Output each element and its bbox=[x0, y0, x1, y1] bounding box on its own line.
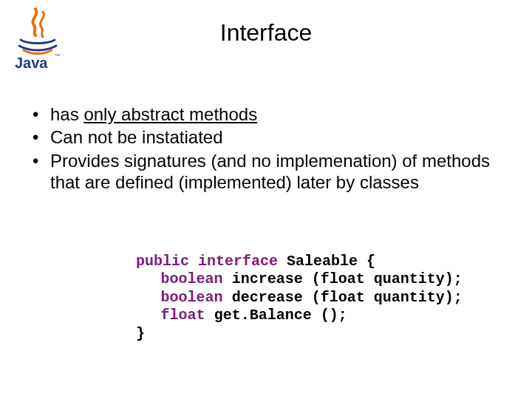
bullet-text-prefix: Can not be instatiated bbox=[50, 127, 223, 147]
code-kw-public: public bbox=[136, 253, 189, 270]
code-rest: get.Balance (); bbox=[214, 307, 347, 324]
java-logo-text: Java bbox=[15, 55, 48, 71]
bullet-text-underlined: only abstract methods bbox=[83, 104, 257, 124]
code-rest: increase (float quantity); bbox=[232, 270, 463, 287]
code-rest: decrease (float quantity); bbox=[232, 289, 463, 306]
bullet-item: Can not be instatiated bbox=[28, 126, 507, 148]
bullet-item: Provides signatures (and no implemenatio… bbox=[28, 150, 507, 194]
code-type: float bbox=[161, 307, 205, 324]
bullet-item: has only abstract methods bbox=[28, 103, 507, 125]
svg-text:™: ™ bbox=[55, 53, 60, 58]
bullet-text-prefix: Provides signatures (and no implemenatio… bbox=[50, 151, 490, 192]
code-classname: Saleable bbox=[287, 253, 358, 270]
code-type: boolean bbox=[161, 289, 223, 306]
code-kw-interface: interface bbox=[198, 253, 278, 270]
code-brace-close: } bbox=[136, 325, 145, 342]
slide: Java ™ Interface has only abstract metho… bbox=[0, 0, 532, 399]
code-type: boolean bbox=[161, 270, 223, 287]
bullet-list: has only abstract methods Can not be ins… bbox=[28, 103, 507, 194]
code-block: public interface Saleable { boolean incr… bbox=[136, 253, 463, 343]
code-brace-open: { bbox=[366, 253, 375, 270]
bullet-text-prefix: has bbox=[50, 104, 83, 124]
slide-title: Interface bbox=[0, 19, 532, 47]
